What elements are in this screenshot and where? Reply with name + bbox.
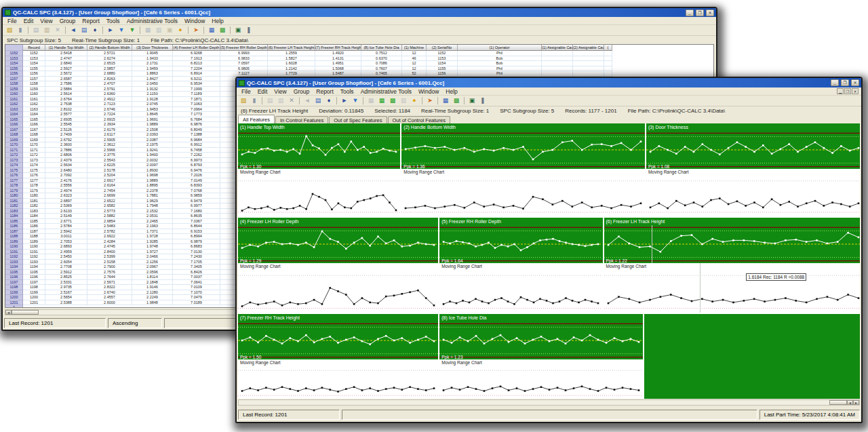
front-menu-edit[interactable]: Edit xyxy=(254,88,271,95)
column-header[interactable]: (1) Operator xyxy=(458,45,542,51)
scroll-left-icon[interactable]: ◄ xyxy=(847,400,853,405)
xbar-series[interactable] xyxy=(401,131,645,169)
xbar-series[interactable] xyxy=(646,131,860,169)
lamp-icon[interactable]: ● xyxy=(410,96,419,105)
minimize-button[interactable]: _ xyxy=(686,9,694,16)
xbar-chart[interactable]: Ppk = 1.29 xyxy=(238,225,438,263)
open-file-icon[interactable]: ▨ xyxy=(239,96,248,105)
scroll-right-icon[interactable]: ► xyxy=(853,400,859,405)
goto-record-icon[interactable]: ► xyxy=(106,26,115,35)
scroll-thumb[interactable] xyxy=(829,400,847,405)
xbar-series[interactable] xyxy=(604,225,860,263)
column-header[interactable]: (4) Freezer LH Roller Depth xyxy=(173,45,220,51)
back-menu-file[interactable]: File xyxy=(4,18,20,24)
pin-icon[interactable]: ❚ xyxy=(478,96,488,105)
moving-range-chart[interactable]: 1.6184 Rec: 1184 R =0.0088 xyxy=(604,270,860,313)
front-menu-window[interactable]: Window xyxy=(415,88,442,95)
column-header[interactable]: (6) Freezer LH Track Height xyxy=(268,45,315,51)
back-menu-view[interactable]: View xyxy=(37,18,56,24)
column-header[interactable]: (2) Assignable Cause2 xyxy=(573,45,604,51)
moving-range-series[interactable] xyxy=(238,176,400,216)
restore-button[interactable]: ❐ xyxy=(696,9,704,16)
table-row[interactable]: 115411542.68402.65152.17316.82137.05971.… xyxy=(5,61,713,66)
mdi-close-button[interactable]: ✕ xyxy=(852,88,859,94)
mdi-minimize-button[interactable]: ▁ xyxy=(837,88,844,94)
moving-range-chart[interactable] xyxy=(439,366,643,399)
xbar-chart[interactable]: Ppk = 1.50 xyxy=(238,321,438,359)
moving-range-chart[interactable] xyxy=(238,176,400,216)
moving-range-chart[interactable] xyxy=(238,366,438,399)
front-titlebar[interactable]: QC-CALC SPC (3.4.127) - [User Group Shop… xyxy=(237,78,861,87)
xbar-series[interactable] xyxy=(439,225,602,263)
moving-range-series[interactable] xyxy=(439,366,643,399)
paste-icon[interactable]: ▥ xyxy=(42,26,52,35)
grid-icon[interactable]: ▦ xyxy=(143,26,153,35)
delete-x-icon[interactable]: ✕ xyxy=(287,96,296,105)
close-button[interactable]: ✕ xyxy=(851,79,859,86)
xbar-series[interactable] xyxy=(439,321,643,359)
back-titlebar[interactable]: QC-CALC SPC (3.4.127) - [User Group Shop… xyxy=(3,8,716,17)
legend-icon[interactable]: ▥ xyxy=(399,96,408,105)
filter-icon[interactable]: ▼ xyxy=(351,96,360,105)
moving-range-series[interactable] xyxy=(439,270,602,313)
minimize-button[interactable]: _ xyxy=(831,79,839,86)
front-menu-tools[interactable]: Tools xyxy=(337,88,357,95)
back-menu-group[interactable]: Group xyxy=(56,18,79,24)
report-icon[interactable]: ▤ xyxy=(79,26,89,35)
moving-range-series[interactable] xyxy=(646,176,860,216)
datasheet-icon[interactable]: ▦ xyxy=(207,26,216,35)
copy-icon[interactable]: ▤ xyxy=(265,96,275,105)
tab-in-control-features[interactable]: In Control Features xyxy=(275,116,328,123)
tab-all-features[interactable]: All Features xyxy=(238,115,275,123)
xbar-chart[interactable]: Ppk = 1.64 xyxy=(439,225,602,263)
grid-icon[interactable]: ▦ xyxy=(366,96,376,105)
tab-out-of-spec-features[interactable]: Out of Spec Features xyxy=(329,116,387,123)
scroll-thumb[interactable] xyxy=(12,310,39,315)
back-menu-report[interactable]: Report xyxy=(79,18,103,24)
bell-icon[interactable]: ♦ xyxy=(90,26,100,35)
front-menu-file[interactable]: File xyxy=(238,88,254,95)
moving-range-chart[interactable] xyxy=(439,270,602,313)
wrench-icon[interactable]: ➤ xyxy=(425,96,435,105)
front-menu-report[interactable]: Report xyxy=(313,88,337,95)
moving-range-series[interactable] xyxy=(604,270,860,313)
monitor-icon[interactable]: ▣ xyxy=(467,96,477,105)
column-header[interactable]: ( xyxy=(604,45,612,51)
charts-icon[interactable]: ▩ xyxy=(218,26,227,35)
row-gutter-header[interactable] xyxy=(5,45,23,51)
pin-icon[interactable]: ❚ xyxy=(244,26,254,35)
column-header[interactable]: (2) Handle Bottom Width xyxy=(87,45,132,51)
moving-range-series[interactable] xyxy=(238,366,438,399)
column-header[interactable]: (1) Assignable Cause1 xyxy=(542,45,573,51)
delete-record-icon[interactable]: ▮ xyxy=(250,96,259,105)
tab-out-of-control-features[interactable]: Out of Control Features xyxy=(388,116,450,123)
paste-icon[interactable]: ▥ xyxy=(276,96,285,105)
back-menu-window[interactable]: Window xyxy=(181,18,208,24)
column-header[interactable]: Record xyxy=(23,45,45,51)
datasheet-icon[interactable]: ▦ xyxy=(441,96,450,105)
xbar-chart[interactable]: Ppk = 1.22 xyxy=(604,225,860,263)
xbar-series[interactable] xyxy=(238,225,438,263)
restore-button[interactable]: ❐ xyxy=(841,79,849,86)
delete-x-icon[interactable]: ✕ xyxy=(53,26,62,35)
table-row[interactable]: 115511552.59272.58571.94597.22046.98051.… xyxy=(5,66,713,72)
open-file-icon[interactable]: ▨ xyxy=(5,26,14,35)
column-header[interactable]: (1) Handle Top Width xyxy=(45,45,87,51)
xbar-chart[interactable]: Ppk = 1.08 xyxy=(646,131,860,169)
monitor-icon[interactable]: ▣ xyxy=(233,26,243,35)
first-record-icon[interactable]: ◄ xyxy=(302,96,312,105)
column-header[interactable]: (8) Ice Tube Hole Dia xyxy=(361,45,402,51)
moving-range-series[interactable] xyxy=(238,270,438,313)
table-row[interactable]: 115611562.56722.68801.88636.89147.11271.… xyxy=(5,71,713,77)
filter-icon[interactable]: ▼ xyxy=(117,26,126,35)
xbar-series[interactable] xyxy=(238,131,400,169)
first-record-icon[interactable]: ◄ xyxy=(68,26,78,35)
back-menu-administrative-tools[interactable]: Administrative Tools xyxy=(123,18,181,24)
back-menu-tools[interactable]: Tools xyxy=(103,18,123,24)
mdi-restore-button[interactable]: ❐ xyxy=(844,88,851,94)
delete-record-icon[interactable]: ▮ xyxy=(16,26,25,35)
report-icon[interactable]: ▤ xyxy=(313,96,323,105)
front-horizontal-scrollbar[interactable]: ◄ ► xyxy=(238,399,860,406)
green-grid-icon[interactable]: ▩ xyxy=(452,96,461,105)
goto-record-icon[interactable]: ► xyxy=(340,96,349,105)
